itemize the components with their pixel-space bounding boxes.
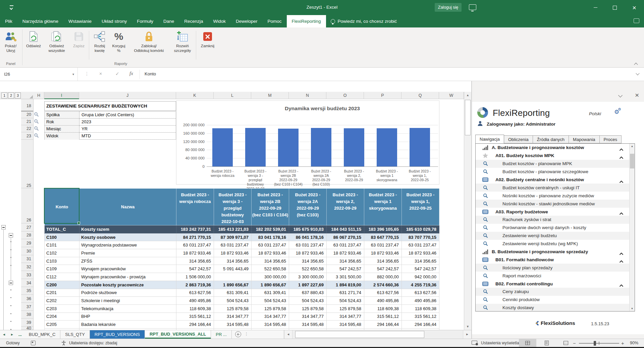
value-cell[interactable]: 63 031 237,47 xyxy=(214,241,252,249)
collapse-outline-button[interactable] xyxy=(9,233,13,237)
value-cell[interactable]: 3 300 000,00 xyxy=(289,273,327,281)
sheet-tab[interactable]: RPT_BUD_VERSIONS xyxy=(90,330,145,339)
nazwa-cell[interactable]: Pozostałe koszty pracownicze xyxy=(79,281,176,289)
value-cell[interactable]: 294 166,44 xyxy=(176,321,214,329)
tree-item[interactable]: Budżet kosztów centralnych - usługi IT xyxy=(476,184,630,192)
row-header[interactable]: 34 xyxy=(21,279,33,287)
collapse-outline-button[interactable] xyxy=(9,281,13,285)
row-header[interactable]: 29 xyxy=(21,239,33,247)
value-cell[interactable]: 1 890 656,67 xyxy=(252,281,289,289)
version-header-cell[interactable]: Bużet 2023 - wersja 2B 2022-09-29 (bez C… xyxy=(252,189,289,225)
value-cell[interactable]: 63 031 237,47 xyxy=(176,241,214,249)
column-header[interactable]: J xyxy=(79,92,176,99)
value-cell[interactable]: 18 872 933,46 xyxy=(402,249,439,257)
row-header[interactable]: 38 xyxy=(21,311,33,319)
value-cell[interactable]: 314 356,65 xyxy=(289,257,327,265)
nazwa-cell[interactable]: Podróże służbowe xyxy=(79,289,176,297)
settings-gears-icon[interactable]: ⚙⚙ xyxy=(614,109,619,116)
nazwa-cell[interactable]: Koszty osobowe xyxy=(79,233,176,241)
tree-item[interactable]: Zestawienie wersji budżetu (wg MPK) xyxy=(476,240,630,248)
konto-cell[interactable]: C202 xyxy=(45,297,79,305)
collapse-ribbon-icon[interactable] xyxy=(634,63,638,65)
tree-item[interactable]: Koszty dostawy xyxy=(476,304,630,311)
scroll-down-icon[interactable]: ▼ xyxy=(464,323,471,330)
tree-item[interactable]: A02. Budżety centralne i nośniki kosztów xyxy=(476,176,630,184)
panel-tab[interactable]: Obliczenia xyxy=(504,135,533,143)
value-cell[interactable]: 490 495,86 xyxy=(364,297,402,305)
value-cell[interactable]: 315 561,12 xyxy=(176,312,214,321)
insert-function-icon[interactable]: fx xyxy=(129,71,133,76)
column-header[interactable]: L xyxy=(214,92,251,99)
sheet-tab[interactable]: BUD_MPK_C xyxy=(24,330,60,339)
konto-cell[interactable]: C112 xyxy=(45,273,79,281)
row-header[interactable]: 37 xyxy=(21,303,33,311)
value-cell[interactable]: 118 609,38 xyxy=(364,304,402,312)
column-header[interactable]: Q xyxy=(401,92,439,99)
value-cell[interactable]: 522 650,58 xyxy=(289,265,327,273)
refresh-button[interactable]: Odśwież xyxy=(23,29,44,62)
value-cell[interactable]: 63 031 237,47 xyxy=(289,241,327,249)
cancel-entry-icon[interactable]: × xyxy=(99,71,102,76)
tab-splitter[interactable]: ⋮ xyxy=(245,332,249,339)
tree-scroll-thumb[interactable] xyxy=(630,154,634,168)
tree-item[interactable]: A03. Raporty budżetowe xyxy=(476,208,630,216)
value-cell[interactable]: 504 524,43 xyxy=(327,297,364,305)
select-all-corner[interactable] xyxy=(30,95,33,98)
parameter-value[interactable]: Grupa Lider (Cost Centers) xyxy=(79,112,176,118)
value-cell[interactable]: 1 897 227,69 xyxy=(289,281,327,289)
value-cell[interactable]: 637 880,43 xyxy=(289,289,327,297)
lock-unlock-cells-button[interactable]: Zablokuj/ Odblokuj komórki xyxy=(128,29,170,62)
outline-level-button[interactable]: 3 xyxy=(15,92,21,98)
panel-tab[interactable]: Proces xyxy=(600,135,622,143)
value-cell[interactable]: 547 242,57 xyxy=(176,265,214,273)
value-cell[interactable]: 314 347,77 xyxy=(214,312,252,321)
drill-magnifier-icon[interactable] xyxy=(34,126,39,131)
chart[interactable]: Dynamika wersji budżetu 2023 200 000 000… xyxy=(176,100,439,185)
row-header[interactable]: 23 xyxy=(21,132,33,140)
tree-item[interactable]: A. Budżetowanie i prognozowanie kosztów xyxy=(476,144,630,152)
tree-item[interactable]: A01. Budżety kosztów MPK xyxy=(476,152,630,160)
value-cell[interactable]: 314 356,65 xyxy=(214,257,252,265)
normal-view-button[interactable] xyxy=(519,339,536,347)
value-cell[interactable]: 882 000,00 xyxy=(364,273,402,281)
value-cell[interactable]: 522 650,58 xyxy=(252,265,289,273)
value-cell[interactable]: 118 609,38 xyxy=(402,304,439,312)
value-cell[interactable]: 314 595,48 xyxy=(252,321,289,329)
row-header[interactable]: 39 xyxy=(21,319,33,327)
row-header[interactable]: 33 xyxy=(21,271,33,279)
zoom-in-button[interactable]: + xyxy=(621,340,624,346)
konto-cell[interactable]: C200 xyxy=(45,281,79,289)
nazwa-cell[interactable]: Wynajem pracowników - prowizja xyxy=(79,273,176,281)
value-cell[interactable]: 87 309 971,07 xyxy=(214,233,252,241)
konto-cell[interactable]: C109 xyxy=(45,265,79,273)
report-title-cell[interactable]: ZESTAWIENIE SCENARIUSZY BUDŻETOWYCH xyxy=(44,101,176,111)
value-cell[interactable]: 3 301 500,00 xyxy=(327,273,364,281)
value-cell[interactable]: 185 675 910,03 xyxy=(289,225,327,233)
value-cell[interactable]: 18 872 933,46 xyxy=(252,249,289,257)
value-cell[interactable]: 183 396 105,65 xyxy=(364,225,402,233)
version-header-cell[interactable]: Budżet 2023 - wersja 3 - przegląd budżet… xyxy=(214,189,252,225)
ribbon-tab[interactable]: Układ strony xyxy=(97,15,132,27)
tree-item[interactable]: Zestawienie wersji budżetu xyxy=(476,232,630,240)
value-cell[interactable]: 4 255 719,36 xyxy=(402,281,439,289)
value-cell[interactable]: 504 524,43 xyxy=(252,297,289,305)
ribbon-tab[interactable]: Pomoc xyxy=(263,15,287,27)
value-cell[interactable]: 314 347,77 xyxy=(327,312,364,321)
row-header[interactable]: 36 xyxy=(21,295,33,303)
scroll-right-icon[interactable]: ► xyxy=(463,330,471,339)
horizontal-scrollbar[interactable]: ◄ ► xyxy=(284,330,471,339)
value-cell[interactable]: 314 356,65 xyxy=(327,257,364,265)
row-header[interactable]: 27 xyxy=(21,223,33,231)
display-settings-label[interactable]: Ustawienia wyświetlania xyxy=(481,341,524,345)
panel-options-icon[interactable] xyxy=(618,94,623,97)
row-header[interactable]: 26 xyxy=(21,188,33,223)
minimize-button[interactable] xyxy=(586,0,605,15)
nazwa-cell[interactable]: Badania lekarskie xyxy=(79,321,176,329)
column-header[interactable]: O xyxy=(326,92,364,99)
value-cell[interactable]: 547 242,57 xyxy=(364,265,402,273)
drill-magnifier-icon[interactable] xyxy=(34,112,39,117)
ribbon-tab[interactable]: Widok xyxy=(208,15,231,27)
confirm-entry-icon[interactable]: ✓ xyxy=(115,71,119,76)
scroll-left-icon[interactable]: ◄ xyxy=(284,330,292,339)
show-hide-panel-button[interactable]: Pokaż/ Ukryj xyxy=(0,29,21,62)
